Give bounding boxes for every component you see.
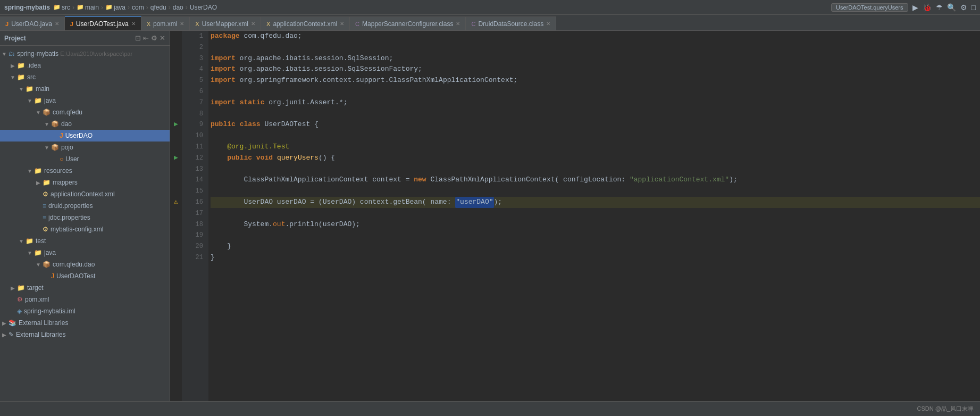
ext-libs-icon: 📚: [9, 319, 16, 327]
line-num-10: 10: [185, 130, 203, 142]
tab-close-icon[interactable]: ✕: [55, 21, 59, 27]
toggle-user: [51, 156, 60, 162]
tree-item-idea[interactable]: ▶ 📁 .idea: [0, 60, 170, 71]
tab-close-icon[interactable]: ✕: [456, 21, 460, 27]
sidebar-icon-collapse[interactable]: ⇤: [143, 34, 149, 42]
tab-close-icon[interactable]: ✕: [251, 21, 255, 27]
code-line-11: @org.junit.Test: [211, 142, 980, 153]
tab-usermapper-xml[interactable]: X UserMapper.xml ✕: [190, 16, 261, 30]
iml-icon: ◈: [17, 307, 22, 315]
gutter-8: [170, 109, 182, 120]
gutter-4: [170, 64, 182, 75]
tree-item-target[interactable]: ▶ 📁 target: [0, 282, 170, 294]
tree-item-druid-props[interactable]: ≡ druid.properties: [0, 200, 170, 212]
tree-item-iml[interactable]: ◈ spring-mybatis.iml: [0, 305, 170, 317]
run-icon[interactable]: ▶: [912, 3, 918, 12]
tab-applicationcontext-xml[interactable]: X applicationContext.xml ✕: [261, 16, 350, 30]
maximize-icon[interactable]: □: [971, 3, 976, 12]
sidebar-icon-close[interactable]: ✕: [160, 34, 165, 42]
toggle-pojo[interactable]: ▼: [43, 145, 51, 151]
tree-item-userdaotest[interactable]: J UserDAOTest: [0, 270, 170, 282]
code-line-12: public void queryUsers() {: [211, 153, 980, 164]
toggle-dao[interactable]: ▼: [43, 121, 51, 127]
tree-item-scratches[interactable]: ▶ ✎ External Libraries: [0, 329, 170, 340]
tree-item-userdao[interactable]: J UserDAO: [0, 130, 170, 142]
tab-label: UserDAOTest.java: [76, 20, 129, 28]
toggle-src[interactable]: ▼: [9, 74, 17, 80]
editor[interactable]: ▶ ▶ ⚠ 1 2 3 4 5 6: [170, 31, 980, 401]
warn-gutter-icon[interactable]: ⚠: [174, 197, 178, 208]
tree-item-src[interactable]: ▼ 📁 src: [0, 71, 170, 83]
toggle-root[interactable]: ▼: [0, 51, 9, 57]
debug-icon[interactable]: 🐞: [923, 3, 932, 12]
tree-label-root: spring-mybatis E:\Java2010\workspace\par: [17, 50, 170, 57]
tree-item-comqfedudao[interactable]: ▼ 📦 com.qfedu.dao: [0, 259, 170, 270]
tree-item-test[interactable]: ▼ 📁 test: [0, 235, 170, 247]
tab-close-icon[interactable]: ✕: [180, 21, 184, 27]
toggle-main[interactable]: ▼: [17, 86, 26, 92]
tree-item-main[interactable]: ▼ 📁 main: [0, 83, 170, 95]
tree-item-mappers[interactable]: ▶ 📁 mappers: [0, 177, 170, 188]
run-gutter-icon-2[interactable]: ▶: [174, 153, 178, 164]
toggle-test[interactable]: ▼: [17, 238, 26, 244]
sidebar-icon-settings[interactable]: ⚙: [151, 34, 157, 42]
tree-label-iml: spring-mybatis.iml: [24, 307, 170, 315]
tree-item-ext-libs[interactable]: ▶ 📚 External Libraries: [0, 317, 170, 329]
tab-userdaotest-java[interactable]: J UserDAOTest.java ✕: [65, 16, 141, 30]
mappers-folder-icon: 📁: [43, 179, 51, 186]
settings-icon[interactable]: ⚙: [960, 3, 967, 12]
code-line-18: System.out.println(userDAO);: [211, 219, 980, 230]
coverage-icon[interactable]: ☂: [936, 3, 943, 12]
code-line-5: import org.springframework.context.suppo…: [211, 75, 980, 86]
search-icon[interactable]: 🔍: [947, 3, 956, 12]
code-line-6: [211, 86, 980, 97]
code-line-13: [211, 164, 980, 175]
tab-druiddatasource-class[interactable]: C DruidDataSource.class ✕: [466, 16, 556, 30]
toggle-java[interactable]: ▼: [26, 98, 34, 104]
tree-item-root[interactable]: ▼ 🗂 spring-mybatis E:\Java2010\workspace…: [0, 48, 170, 60]
breadcrumb-java: 📁 java: [105, 4, 125, 11]
tree-item-appctx-xml[interactable]: ⚙ applicationContext.xml: [0, 188, 170, 200]
code-area[interactable]: package com.qfedu.dao; import org.apache…: [208, 31, 980, 401]
tree-item-pojo[interactable]: ▼ 📦 pojo: [0, 142, 170, 153]
userdaotest-class-icon: J: [51, 272, 54, 280]
toggle-scratches[interactable]: ▶: [0, 332, 9, 338]
tab-xml-icon: X: [266, 21, 270, 27]
tree-item-jdbc-props[interactable]: ≡ jdbc.properties: [0, 212, 170, 223]
tree-item-pom-xml[interactable]: ⚙ pom.xml: [0, 294, 170, 305]
run-config-selector[interactable]: UserDAOTest.queryUsers: [831, 3, 908, 12]
toggle-mappers[interactable]: ▶: [34, 180, 43, 186]
tree-item-mybatis-xml[interactable]: ⚙ mybatis-config.xml: [0, 223, 170, 235]
tree-item-dao-pkg[interactable]: ▼ 📦 dao: [0, 118, 170, 130]
toggle-comqfedu[interactable]: ▼: [34, 110, 43, 115]
gutter-7: [170, 97, 182, 109]
tab-close-icon[interactable]: ✕: [131, 21, 136, 27]
tree-item-java[interactable]: ▼ 📁 java: [0, 95, 170, 106]
tab-pom-xml[interactable]: X pom.xml ✕: [141, 16, 190, 30]
line-num-8: 8: [185, 109, 203, 120]
run-gutter-icon[interactable]: ▶: [174, 119, 178, 130]
tab-userdao-java[interactable]: J UserDAO.java ✕: [0, 16, 65, 30]
line-num-4: 4: [185, 64, 203, 75]
tab-mapperscannerconfigurer-class[interactable]: C MapperScannerConfigurer.class ✕: [350, 16, 466, 30]
tree-item-java-test[interactable]: ▼ 📁 java: [0, 247, 170, 259]
toggle-target[interactable]: ▶: [9, 285, 17, 291]
tree-item-resources[interactable]: ▼ 📁 resources: [0, 165, 170, 177]
user-class-icon: ○: [60, 155, 63, 163]
line-num-3: 3: [185, 53, 203, 64]
tab-close-icon[interactable]: ✕: [546, 21, 550, 27]
main-content: Project ⊡ ⇤ ⚙ ✕ ▼ 🗂 spring-mybatis E:\Ja…: [0, 31, 980, 401]
tree-item-user[interactable]: ○ User: [0, 153, 170, 165]
sidebar-icon-layout[interactable]: ⊡: [135, 34, 141, 42]
sidebar-title: Project: [4, 35, 26, 42]
toggle-idea[interactable]: ▶: [9, 63, 17, 69]
toggle-comqfedudao[interactable]: ▼: [34, 262, 43, 268]
tree-item-comqfedu[interactable]: ▼ 📦 com.qfedu: [0, 106, 170, 118]
line-num-21: 21: [185, 252, 203, 263]
toggle-ext-libs[interactable]: ▶: [0, 320, 9, 326]
tab-close-icon[interactable]: ✕: [340, 21, 344, 27]
code-line-19: [211, 230, 980, 241]
gutter-2: [170, 42, 182, 53]
toggle-java-test[interactable]: ▼: [26, 250, 34, 256]
toggle-resources[interactable]: ▼: [26, 168, 34, 174]
